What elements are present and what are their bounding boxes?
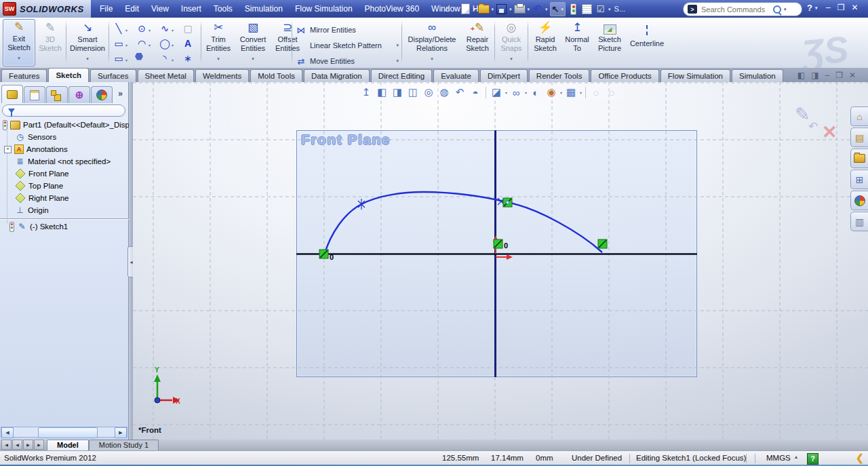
slot-tool-icon[interactable]: ▭ [112,52,125,65]
box-select-tool-icon[interactable]: ▢ [181,22,195,35]
previous-view-icon[interactable]: ↶ [453,86,467,98]
custom-properties-button[interactable]: ▥ [850,212,868,231]
move-entities-button[interactable]: ⇄ Move Entities ▾ [296,54,399,68]
tree-item-material[interactable]: ≣ Material <not specified> [15,155,111,168]
hide-show-caret-icon[interactable]: ▾ [525,90,527,95]
units-caret-icon[interactable]: ▴ [795,454,797,460]
help-caret-icon[interactable]: ▾ [815,5,818,10]
help-button[interactable]: ? [807,3,812,13]
print-icon[interactable] [514,3,526,15]
graphics-area[interactable]: Front Plane 0 [133,82,868,440]
tab-evaluate[interactable]: Evaluate [433,69,479,82]
solidworks-resources-button[interactable]: ⌂ [850,106,868,126]
normal-to-button[interactable]: ↥ Normal To [562,20,592,53]
expand-annotations-icon[interactable]: + [4,146,12,153]
tree-item-annotations[interactable]: + A Annotations [4,143,68,155]
trim-caret-icon[interactable]: ▾ [203,54,233,63]
slot-caret-icon[interactable]: ▾ [125,58,132,62]
tab-data-migration[interactable]: Data Migration [304,69,370,82]
constraint-badge-coincident-right[interactable] [598,239,607,248]
cancel-sketch-icon[interactable]: ✕ [822,121,837,143]
ddr-caret-icon[interactable]: ▾ [404,54,460,63]
menu-simulation[interactable]: Simulation [239,0,289,18]
last-study-icon[interactable]: ▶ [34,440,44,450]
tab-sheet-metal[interactable]: Sheet Metal [138,69,194,82]
minimize-button[interactable]: – [826,3,831,12]
tab-surfaces[interactable]: Surfaces [90,69,136,82]
repair-sketch-button[interactable]: +✎ Repair Sketch [462,20,493,53]
ellipse-caret-icon[interactable]: ▾ [172,43,178,47]
view-orientation-left-icon[interactable]: ◨ [391,86,404,98]
tab-flow-simulation[interactable]: Flow Simulation [660,69,730,82]
constraint-badge-pierce-top[interactable] [503,198,512,207]
smart-dimension-caret-icon[interactable]: ▾ [68,54,106,63]
expand-panel-icon[interactable]: » [118,89,123,98]
polygon-tool-icon[interactable] [135,53,143,60]
first-study-icon[interactable]: ◀ [1,440,12,450]
point-tool-icon[interactable]: ∗ [181,52,195,65]
menu-insert[interactable]: Insert [175,0,208,18]
display-delete-relations-button[interactable]: ∞ Display/Delete Relations ▾ [404,20,460,63]
mirror-entities-button[interactable]: ⋈ Mirror Entities [296,23,399,37]
display-style-icon[interactable]: ◪ [490,86,503,98]
rectangle-caret-icon[interactable]: ▾ [125,43,132,47]
arc-caret-icon[interactable]: ▾ [149,43,155,47]
view-palette-button[interactable]: ⊞ [850,170,868,189]
spline-point-marker[interactable] [358,199,365,210]
save-icon[interactable] [496,3,507,15]
menu-edit[interactable]: Edit [119,0,145,18]
apply-scene-icon[interactable]: ▦ [564,86,578,98]
move-caret-icon[interactable]: ▾ [396,58,399,64]
tree-item-front-plane[interactable]: Front Plane [15,168,68,180]
line-caret-icon[interactable]: ▾ [125,28,132,33]
view-orientation-front-icon[interactable]: ◧ [375,86,389,98]
collision-check-icon[interactable] [568,3,579,15]
circle-caret-icon[interactable]: ▾ [149,28,155,33]
dimxpertmanager-tab[interactable]: ⊕ [68,86,90,103]
tree-item-sketch1[interactable]: ✎ (-) Sketch1 [9,220,68,233]
trim-entities-button[interactable]: ✂ Trim Entities ▾ [203,20,233,63]
menu-photoview[interactable]: PhotoView 360 [359,0,426,18]
tree-filter-box[interactable] [2,104,125,117]
search-icon[interactable] [773,5,781,14]
close-button[interactable]: ✕ [851,3,858,12]
line-tool-icon[interactable]: ╲ [112,22,125,35]
search-scope-icon[interactable]: > [688,5,697,14]
constraint-badge-coincident-origin[interactable] [494,239,502,248]
linear-sketch-pattern-button[interactable]: Linear Sketch Pattern ▾ [296,39,399,52]
search-commands-box[interactable]: > ▾ [683,2,802,16]
arc-tool-icon[interactable]: ◠ [135,37,149,50]
fillet-tool-icon[interactable]: ◝ [158,52,172,65]
menu-view[interactable]: View [145,0,175,18]
tab-features[interactable]: Features [1,69,47,82]
tree-item-sensors[interactable]: ◷ Sensors [15,131,56,143]
rectangle-tool-icon[interactable]: ▭ [112,37,125,50]
menu-tools[interactable]: Tools [208,0,239,18]
sketch-spline[interactable] [324,192,602,255]
normal-to-view-icon[interactable]: ↥ [359,86,373,98]
tab-weldments[interactable]: Weldments [195,69,249,82]
exit-sketch-caret-icon[interactable]: ▾ [3,54,35,62]
file-explorer-button[interactable] [850,149,868,168]
toolbar-overflow-label[interactable]: S... [614,5,626,13]
select-tool-button[interactable]: ↖ ▾ [550,2,566,16]
file-properties-icon[interactable] [581,3,593,15]
apply-scene-caret-icon[interactable]: ▾ [580,90,582,95]
tree-horizontal-scrollbar[interactable]: ◀ ▶ [1,427,127,438]
resource-monitor-icon[interactable]: ❮ [856,452,864,463]
pane-split-left-icon[interactable]: ◧ [797,71,805,80]
prev-study-icon[interactable]: ◀ [12,440,22,450]
unit-system-selector[interactable]: MMGS [766,454,791,462]
design-library-button[interactable]: ▤ [850,128,868,147]
realview-icon[interactable]: ◉ [545,86,558,98]
view-setting-icon[interactable]: ◌ [589,87,603,98]
sketch-picture-button[interactable]: ◢ Sketch Picture [594,20,625,53]
zoom-to-fit-icon[interactable]: ◎ [422,86,435,98]
scroll-left-icon[interactable]: ◀ [1,427,14,438]
tab-office-products[interactable]: Office Products [591,69,658,82]
sketch-3d-button[interactable]: ✎ 3D Sketch [37,20,64,53]
appearances-scenes-button[interactable] [850,191,868,210]
ellipse-tool-icon[interactable]: ◯ [158,37,172,50]
configurationmanager-tab[interactable] [46,86,68,103]
hide-show-items-icon[interactable]: ∞ [509,87,523,98]
